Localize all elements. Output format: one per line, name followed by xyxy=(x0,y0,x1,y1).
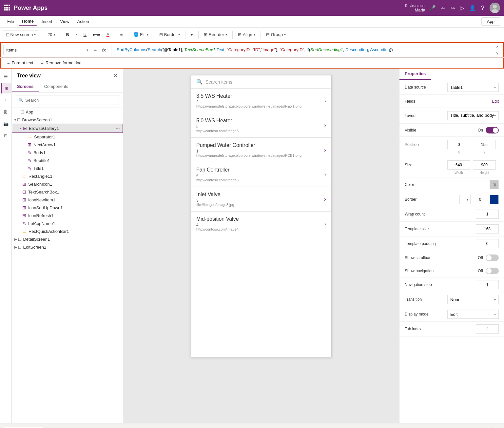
right-tab-properties[interactable]: Properties xyxy=(399,69,431,80)
menu-file[interactable]: File xyxy=(4,18,17,25)
sidebar-icon-media[interactable]: 📷 xyxy=(1,118,11,129)
list-item-2[interactable]: 5.0 W/S Heater 5 http://contoso.com/imag… xyxy=(191,113,331,138)
list-item-6[interactable]: Mid-position Valve 4 http://contoso.com/… xyxy=(191,212,331,236)
italic-button[interactable]: / xyxy=(73,31,80,38)
list-item-5-id: 3 xyxy=(196,198,324,203)
redo-icon[interactable]: ↪ xyxy=(451,5,455,11)
tree-item-searchicon1[interactable]: ⊞ SearchIcon1 xyxy=(12,180,123,188)
tree-item-iconrefresh1[interactable]: ⊞ IconRefresh1 xyxy=(12,212,123,219)
list-item-5[interactable]: Inlet Valve 3 file://images/image3.jpg › xyxy=(191,187,331,212)
tab-screens[interactable]: Screens xyxy=(12,81,39,92)
app-button[interactable]: App xyxy=(481,17,500,26)
undo-icon[interactable]: ↩ xyxy=(441,5,445,11)
position-y-input[interactable] xyxy=(473,140,496,149)
list-item-1[interactable]: 3.5 W/S Heater 2 https://vanarsdelstorag… xyxy=(191,89,331,113)
menu-view[interactable]: View xyxy=(57,18,73,25)
play-icon[interactable]: ▷ xyxy=(460,5,464,11)
datasource-dropdown[interactable]: Table1 ▾ xyxy=(447,83,499,92)
border-color-swatch[interactable] xyxy=(490,195,499,204)
tree-item-body1[interactable]: ✎ Body1 xyxy=(12,149,123,156)
tree-item-subtitle1[interactable]: ✎ Subtitle1 xyxy=(12,156,123,164)
tree-item-browsescreen1[interactable]: ▾ □ BrowseScreen1 xyxy=(12,116,123,124)
remove-formatting-btn[interactable]: ≡ Remove formatting xyxy=(40,60,83,66)
sidebar-icon-layers[interactable]: ⊞ xyxy=(1,83,11,93)
zoom-plus-btn[interactable]: + xyxy=(469,427,476,428)
navstep-input[interactable] xyxy=(476,280,499,289)
group-button[interactable]: ⊞ Group ▾ xyxy=(263,31,288,38)
reorder-button[interactable]: ⊞ Reorder ▾ xyxy=(201,31,230,38)
tree-item-app[interactable]: □ App xyxy=(12,108,123,116)
list-item-3[interactable]: Pumped Water Controller 1 https://vanars… xyxy=(191,138,331,162)
tabindex-input[interactable] xyxy=(476,324,499,334)
tree-item-iconnewitem1[interactable]: ⊞ IconNewItem1 xyxy=(12,196,123,204)
underline-button[interactable]: U xyxy=(81,31,89,38)
templatepadding-input[interactable] xyxy=(476,239,499,248)
formula-selector[interactable]: Items ▾ xyxy=(3,45,91,55)
tree-item-iconsortupdown1[interactable]: ⊞ IconSortUpDown1 xyxy=(12,204,123,212)
font-size-control[interactable]: 20 ▾ xyxy=(45,31,58,38)
tree-search-input[interactable] xyxy=(16,95,119,105)
toolbar-sep-6 xyxy=(185,31,185,39)
formula-expand-btn[interactable]: ∧ ∨ xyxy=(491,42,504,57)
tree-item-rectangle11[interactable]: ▭ Rectangle11 xyxy=(12,172,123,180)
toolbar-sep-4 xyxy=(128,31,128,39)
tree-item-browsegallery1[interactable]: ▾ ⊞ BrowseGallery1 ··· xyxy=(12,124,123,133)
templatesize-input[interactable] xyxy=(476,224,499,234)
border-button[interactable]: ⊟ Border ▾ xyxy=(157,31,183,38)
transition-dropdown[interactable]: None ▾ xyxy=(447,295,499,304)
color-picker-btn[interactable]: ⊞ xyxy=(490,180,499,189)
align-button[interactable]: ≡ xyxy=(118,31,126,38)
menu-action[interactable]: Action xyxy=(74,18,92,25)
menu-insert[interactable]: Insert xyxy=(38,18,56,25)
bold-button[interactable]: B xyxy=(64,31,72,38)
width-input[interactable] xyxy=(447,160,470,170)
align-text-button[interactable]: ⊞ Align ▾ xyxy=(235,31,258,38)
position-x-input[interactable] xyxy=(447,140,470,149)
tree-item-lblappname1[interactable]: ✎ LblAppName1 xyxy=(12,219,123,227)
tree-close-btn[interactable]: ✕ xyxy=(113,72,118,79)
list-item-3-title: Pumped Water Controller xyxy=(196,142,324,148)
user-icon[interactable]: 👤 xyxy=(469,5,476,11)
layout-dropdown[interactable]: Title, subtitle, and body ▾ xyxy=(447,111,499,120)
menu-home[interactable]: Home xyxy=(19,17,37,26)
visible-toggle[interactable] xyxy=(486,127,499,133)
fill-button[interactable]: 🪣 Fill ▾ xyxy=(131,31,151,38)
tree-item-nextarrow1[interactable]: ⊞ NextArrow1 xyxy=(12,141,123,149)
sidebar-icon-data[interactable]: 🗄 xyxy=(1,107,11,117)
zoom-minus-btn[interactable]: − xyxy=(425,427,433,428)
question-icon[interactable]: ? xyxy=(481,5,484,11)
height-input[interactable] xyxy=(473,160,496,170)
tree-item-title1[interactable]: ✎ Title1 xyxy=(12,164,123,172)
border-line-dropdown[interactable]: — ▾ xyxy=(459,195,471,204)
scrollbar-toggle[interactable] xyxy=(486,255,499,261)
sidebar-icon-menu[interactable]: ☰ xyxy=(1,71,11,82)
gallery-more-btn[interactable]: ··· xyxy=(116,125,120,131)
tree-item-editscreen1[interactable]: ▶ □ EditScreen1 xyxy=(12,243,123,251)
right-panel: Properties Table1 Data source Table1 ▾ F… xyxy=(399,69,504,423)
grid-icon[interactable] xyxy=(4,5,10,11)
text-color-button[interactable]: A xyxy=(104,31,112,38)
down-chevron-btn[interactable]: ▾ xyxy=(188,31,196,38)
border-width-input[interactable] xyxy=(472,195,488,204)
avatar[interactable] xyxy=(490,3,500,13)
expand-canvas-btn[interactable]: ⤢ xyxy=(492,427,500,428)
tree-item-rectquickaction1[interactable]: ▭ RectQuickActionBar1 xyxy=(12,227,123,235)
displaymode-dropdown[interactable]: Edit ▾ xyxy=(447,310,499,319)
list-item-4[interactable]: Fan Controller 6 http://contoso.com/imag… xyxy=(191,162,331,187)
sidebar-icon-components[interactable]: ⊡ xyxy=(1,130,11,141)
formula-content-area[interactable]: SortByColumns(Search([@Table1], TextSear… xyxy=(111,42,491,57)
formula-fx-btn[interactable]: fx xyxy=(99,48,108,52)
format-text-btn[interactable]: ≡ Format text xyxy=(6,60,34,66)
navigation-toggle[interactable] xyxy=(486,268,499,274)
tree-item-detailscreen1[interactable]: ▶ □ DetailScreen1 xyxy=(12,235,123,243)
tab-components[interactable]: Components xyxy=(39,81,74,92)
wrapcount-input[interactable] xyxy=(476,210,499,219)
help-icon[interactable]: 🎤 xyxy=(429,5,436,11)
sidebar-icon-add[interactable]: + xyxy=(1,95,11,105)
tree-item-textsearchbox1[interactable]: ⊟ TextSearchBox1 xyxy=(12,188,123,196)
new-screen-button[interactable]: □ New screen ▾ xyxy=(3,31,39,39)
fields-edit-link[interactable]: Edit xyxy=(492,99,499,104)
prop-row-visible: Visible On xyxy=(399,124,504,137)
strikethrough-button[interactable]: abc xyxy=(90,31,103,38)
tree-item-separator1[interactable]: — Separator1 xyxy=(12,133,123,141)
